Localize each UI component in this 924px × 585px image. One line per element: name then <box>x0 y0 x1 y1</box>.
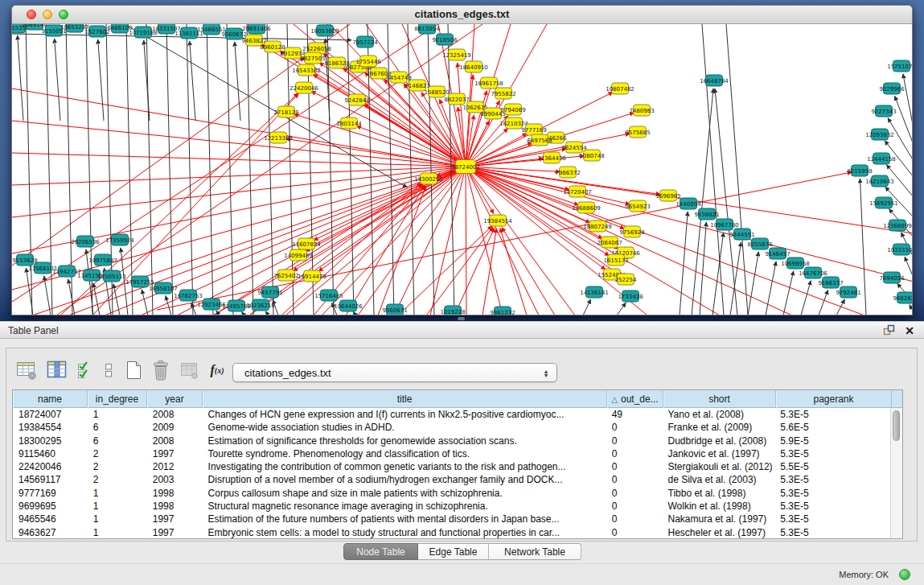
graph-node[interactable]: 9186337 <box>818 277 843 288</box>
table-row[interactable]: 977716911998Corpus callosum shape and si… <box>13 487 890 500</box>
graph-node[interactable]: 9457791 <box>257 286 282 298</box>
graph-node[interactable]: 12093832 <box>865 129 894 140</box>
graph-node[interactable]: 15692951 <box>869 197 898 208</box>
graph-node[interactable]: 9654923 <box>625 200 650 212</box>
svg-text:12444158: 12444158 <box>867 156 896 163</box>
table-row[interactable]: 2242004622012Investigating the contribut… <box>13 460 890 473</box>
graph-node[interactable]: 12325419 <box>442 49 471 60</box>
graph-node[interactable]: 11607834 <box>292 238 321 249</box>
graph-node[interactable]: 9696965 <box>655 190 680 201</box>
table-row[interactable]: 946362711997Embryonic stem cells: a mode… <box>13 526 890 539</box>
graph-node[interactable]: 10967780 <box>710 219 739 230</box>
svg-text:9794069: 9794069 <box>500 107 525 113</box>
graph-node[interactable]: 1733426 <box>618 290 643 302</box>
graph-node[interactable]: 12444158 <box>867 153 896 164</box>
graph-node[interactable]: 10698958 <box>781 257 810 269</box>
graph-node[interactable]: 21364436 <box>537 152 566 163</box>
table-row[interactable]: 1456911722003Disruption of a novel membe… <box>13 473 890 486</box>
graph-node[interactable]: 10333344 <box>887 244 912 255</box>
table-row[interactable]: 1830029562008Estimation of significance … <box>13 435 890 447</box>
show-columns-button[interactable] <box>72 358 97 382</box>
splitter-grip[interactable] <box>458 317 465 320</box>
tab-edge-table[interactable]: Edge Table <box>418 543 489 560</box>
delete-table-button[interactable] <box>147 358 175 382</box>
graph-node[interactable]: 9756928 <box>619 226 644 237</box>
network-canvas[interactable]: 1872400794638228960128891293425226058982… <box>12 24 912 315</box>
graph-node[interactable]: 12213389 <box>264 132 293 143</box>
network-window-titlebar[interactable]: citations_edges.txt <box>12 6 912 24</box>
row-height-button[interactable] <box>97 358 120 382</box>
graph-node[interactable]: 9146457 <box>765 248 790 259</box>
graph-node[interactable]: 9361232 <box>490 307 515 315</box>
graph-node[interactable]: 9227343 <box>871 105 896 117</box>
graph-node[interactable]: 10688609 <box>572 202 601 213</box>
graph-node[interactable]: 15716485 <box>314 290 343 301</box>
table-row[interactable]: 969969511998Structural magnetic resonanc… <box>13 500 890 513</box>
column-header-pagerank[interactable]: pagerank <box>776 390 892 408</box>
graph-node[interactable]: 17359924 <box>105 234 134 245</box>
graph-node[interactable]: 8813054 <box>414 24 440 34</box>
network-window[interactable]: citations_edges.txt 18724007946382289601… <box>11 5 913 315</box>
table-panel-titlebar[interactable]: Table Panel ✕ <box>0 321 924 339</box>
graph-node[interactable]: 9482829 <box>893 292 912 303</box>
graph-node[interactable]: 9244551 <box>729 229 754 240</box>
table-scrollbar-thumb[interactable] <box>893 410 900 441</box>
graph-node[interactable]: 10975887 <box>88 254 117 266</box>
graph-node[interactable]: 10807482 <box>606 83 634 94</box>
graph-node[interactable]: 16648784 <box>700 75 729 86</box>
column-header-out_de[interactable]: △out_de... <box>607 390 663 408</box>
graph-node[interactable]: 16914479 <box>298 270 326 282</box>
graph-node[interactable]: 9792461 <box>836 286 860 298</box>
tab-node-table[interactable]: Node Table <box>343 543 418 560</box>
graph-node[interactable]: 1755446 <box>355 56 381 67</box>
graph-node[interactable]: 1080748 <box>579 150 604 161</box>
graph-node[interactable]: 14136141 <box>580 286 609 298</box>
graph-node[interactable]: 1440954 <box>676 198 701 209</box>
column-header-short[interactable]: short <box>663 390 776 408</box>
table-row[interactable]: 911546021997Tourette syndrome. Phenomeno… <box>13 447 890 460</box>
graph-node[interactable]: 7480983 <box>629 105 654 116</box>
graph-node[interactable]: 15720407 <box>563 186 592 197</box>
graph-node[interactable]: 7986372 <box>555 167 580 178</box>
graph-node[interactable]: 9329966 <box>879 83 905 94</box>
graph-node[interactable]: 16961758 <box>474 77 503 89</box>
graph-node[interactable]: 7625402 <box>273 270 298 281</box>
function-builder-button[interactable]: f(x) <box>203 358 231 382</box>
table-row[interactable]: 946554611997Estimation of the future num… <box>13 513 890 525</box>
graph-node[interactable]: 252254 <box>615 274 637 285</box>
graph-node[interactable]: 8215958 <box>847 165 872 176</box>
new-table-button[interactable] <box>120 358 147 382</box>
graph-node[interactable]: 9575685 <box>625 126 650 138</box>
graph-node[interactable]: 18724007 <box>451 160 480 174</box>
graph-node[interactable]: 10644026 <box>334 300 363 311</box>
graph-node[interactable]: 7494056 <box>879 272 905 283</box>
tab-network-table[interactable]: Network Table <box>489 543 581 560</box>
column-header-title[interactable]: title <box>203 390 607 408</box>
graph-node[interactable]: 1019228 <box>440 306 465 315</box>
table-scrollbar[interactable] <box>890 408 902 538</box>
column-header-year[interactable]: year <box>147 390 203 408</box>
table-options-button[interactable] <box>11 358 42 382</box>
graph-node[interactable]: 9153628 <box>12 254 37 266</box>
network-graph[interactable]: 1872400794638228960128891293425226058982… <box>12 24 912 315</box>
graph-node[interactable]: 16210643 <box>865 175 894 187</box>
node-table[interactable]: namein_degreeyeartitle△out_de...shortpag… <box>12 389 903 539</box>
graph-node[interactable]: 22420046 <box>290 82 318 93</box>
column-header-in_degree[interactable]: in_degree <box>88 390 147 408</box>
graph-node[interactable]: 9360671 <box>382 304 407 315</box>
graph-node[interactable]: 2803144 <box>336 117 362 129</box>
float-panel-icon[interactable] <box>883 324 895 336</box>
close-panel-icon[interactable]: ✕ <box>905 325 914 336</box>
graph-node[interactable]: 2718126 <box>273 106 299 117</box>
select-column-button[interactable] <box>42 358 72 382</box>
graph-node[interactable]: 7857224 <box>352 36 378 47</box>
graph-node[interactable]: 15751074 <box>887 60 912 72</box>
table-row[interactable]: 1938455462009Genome-wide association stu… <box>13 421 890 434</box>
table-row[interactable]: 1872400712008Changes of HCN gene express… <box>13 408 890 421</box>
graph-node[interactable]: 16782753 <box>174 290 203 301</box>
graph-node[interactable]: 8355676 <box>747 238 773 249</box>
graph-node[interactable]: 7955822 <box>491 88 515 99</box>
table-selector-dropdown[interactable]: citations_edges.txt ▲▼ <box>232 363 557 382</box>
graph-node[interactable]: 18640910 <box>459 61 488 72</box>
column-header-name[interactable]: name <box>13 390 88 408</box>
